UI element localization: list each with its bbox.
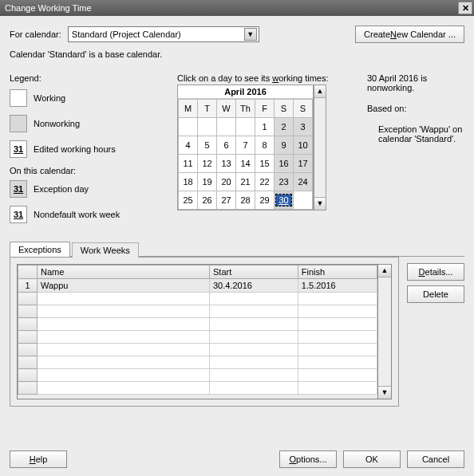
titlebar: Change Working Time ✕	[0, 0, 474, 16]
calendar-cell[interactable]: 24	[294, 173, 313, 191]
calendar-cell[interactable]: 6	[217, 136, 236, 155]
options-button[interactable]: Options...	[279, 450, 337, 468]
calendar-header: Th	[236, 100, 255, 118]
col-finish[interactable]: Finish	[298, 266, 377, 279]
edited-swatch: 31	[10, 140, 27, 158]
table-row[interactable]	[18, 293, 377, 305]
for-calendar-label: For calendar:	[10, 30, 61, 39]
calendar-cell[interactable]: 15	[255, 155, 275, 173]
nonworking-swatch	[10, 115, 27, 132]
window-title: Change Working Time	[5, 3, 92, 13]
calendar-header: W	[217, 100, 236, 118]
legend-exception: Exception day	[34, 184, 89, 194]
scroll-down-icon[interactable]: ▼	[378, 386, 391, 399]
calendar-select[interactable]: Standard (Project Calendar) ▼	[68, 26, 259, 42]
col-name[interactable]: Name	[38, 266, 210, 279]
info-date-status: 30 April 2016 is nonworking.	[367, 73, 464, 92]
calendar-cell[interactable]: 28	[236, 191, 255, 210]
calendar-cell[interactable]: 22	[255, 173, 275, 191]
calendar-cell[interactable]: 26	[198, 191, 217, 210]
legend-edited: Edited working hours	[34, 144, 116, 154]
tabs: Exceptions Work Weeks	[10, 241, 464, 257]
calendar-cell[interactable]: 20	[217, 173, 236, 191]
calendar-cell[interactable]: 23	[275, 173, 294, 191]
legend-nondefault: Nondefault work week	[34, 210, 120, 219]
calendar-cell[interactable]	[179, 118, 198, 136]
tab-exceptions[interactable]: Exceptions	[10, 242, 70, 257]
info-panel: 30 April 2016 is nonworking. Based on: E…	[361, 73, 464, 231]
scroll-up-icon[interactable]: ▲	[314, 85, 326, 98]
legend-onthis: On this calendar:	[10, 166, 169, 175]
legend-title: Legend:	[10, 73, 169, 83]
table-row[interactable]	[18, 369, 377, 382]
calendar-title: April 2016	[178, 85, 313, 99]
calendar-cell[interactable]: 5	[198, 136, 217, 155]
calendar-header: T	[198, 100, 217, 118]
calendar-header: S	[294, 100, 313, 118]
table-row[interactable]	[18, 356, 377, 369]
calendar-cell[interactable]: 1	[255, 118, 275, 136]
calendar-cell[interactable]: 21	[236, 173, 255, 191]
calendar-cell[interactable]: 10	[294, 136, 313, 155]
calendar[interactable]: April 2016 MTWThFSS123456789101112131415…	[177, 85, 314, 210]
calendar-cell[interactable]: 16	[275, 155, 294, 173]
legend-nonworking: Nonworking	[34, 119, 80, 128]
create-new-calendar-button[interactable]: Create New Calendar ...	[355, 26, 464, 43]
calendar-cell[interactable]: 2	[275, 118, 294, 136]
calendar-cell[interactable]: 19	[198, 173, 217, 191]
calendar-cell[interactable]: 3	[294, 118, 313, 136]
calendar-cell[interactable]: 12	[198, 155, 217, 173]
calendar-select-value: Standard (Project Calendar)	[72, 30, 181, 39]
calendar-cell[interactable]	[236, 118, 255, 136]
table-row[interactable]	[18, 382, 377, 395]
calendar-cell[interactable]: 13	[217, 155, 236, 173]
calendar-cell[interactable]: 27	[217, 191, 236, 210]
details-button[interactable]: Details...	[407, 263, 464, 281]
calendar-cell[interactable]: 7	[236, 136, 255, 155]
info-basedon: Based on:	[367, 104, 464, 113]
scroll-up-icon[interactable]: ▲	[378, 265, 391, 277]
calendar-cell[interactable]: 9	[275, 136, 294, 155]
col-start[interactable]: Start	[210, 266, 298, 279]
calendar-cell[interactable]: 8	[255, 136, 275, 155]
info-detail-2: calendar 'Standard'.	[378, 134, 464, 144]
help-button[interactable]: Help	[10, 450, 67, 468]
nondefault-swatch: 31	[10, 206, 27, 223]
ok-button[interactable]: OK	[343, 450, 401, 468]
delete-button[interactable]: Delete	[407, 285, 464, 303]
calendar-cell[interactable]: 18	[179, 173, 198, 191]
calendar-cell[interactable]	[294, 191, 313, 210]
calendar-cell[interactable]: 17	[294, 155, 313, 173]
tab-workweeks[interactable]: Work Weeks	[72, 242, 139, 258]
exceptions-grid[interactable]: NameStartFinish1Wappu30.4.20161.5.2016 ▲…	[17, 264, 392, 399]
calendar-cell[interactable]: 11	[179, 155, 198, 173]
grid-scrollbar[interactable]: ▲ ▼	[378, 265, 391, 399]
table-row[interactable]: 1Wappu30.4.20161.5.2016	[18, 279, 377, 293]
legend-working: Working	[34, 93, 65, 103]
table-row[interactable]	[18, 305, 377, 318]
calendar-cell[interactable]: 14	[236, 155, 255, 173]
legend: Legend: Working Nonworking 31 Edited wor…	[10, 73, 169, 231]
chevron-down-icon[interactable]: ▼	[244, 28, 257, 41]
calendar-scrollbar[interactable]: ▲ ▼	[314, 85, 326, 210]
base-calendar-text: Calendar 'Standard' is a base calendar.	[10, 49, 464, 59]
calendar-header: S	[275, 100, 294, 118]
calendar-cell[interactable]	[198, 118, 217, 136]
calendar-header: F	[255, 100, 275, 118]
exception-swatch: 31	[10, 180, 27, 198]
close-icon[interactable]: ✕	[458, 2, 472, 14]
table-row[interactable]	[18, 331, 377, 344]
calendar-cell[interactable]: 4	[179, 136, 198, 155]
table-row[interactable]	[18, 318, 377, 331]
working-swatch	[10, 89, 27, 107]
table-row[interactable]	[18, 344, 377, 356]
calendar-hint: Click on a day to see its working times:	[177, 73, 353, 83]
calendar-cell[interactable]: 30	[275, 191, 294, 210]
calendar-cell[interactable]	[217, 118, 236, 136]
cancel-button[interactable]: Cancel	[407, 450, 464, 468]
scroll-down-icon[interactable]: ▼	[314, 197, 326, 210]
calendar-header: M	[179, 100, 198, 118]
calendar-cell[interactable]: 29	[255, 191, 275, 210]
calendar-cell[interactable]: 25	[179, 191, 198, 210]
calendar-grid[interactable]: MTWThFSS12345678910111213141516171819202…	[178, 99, 313, 210]
